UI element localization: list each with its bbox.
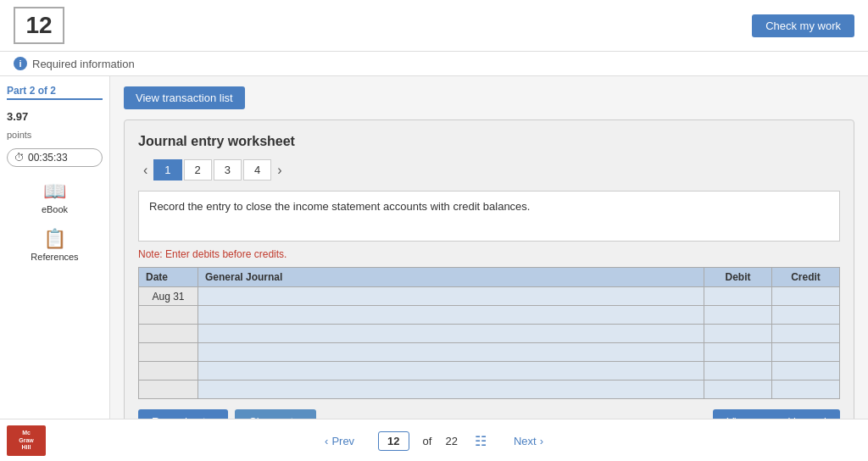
credit-cell[interactable] — [772, 380, 840, 399]
next-button[interactable]: Next › — [504, 430, 554, 453]
record-entry-button[interactable]: Record entry — [138, 409, 228, 419]
debit-cell[interactable] — [704, 287, 772, 306]
check-my-work-button[interactable]: Check my work — [752, 14, 854, 37]
header-debit: Debit — [704, 268, 772, 287]
debit-input[interactable] — [708, 346, 768, 359]
debit-cell[interactable] — [704, 306, 772, 325]
prev-arrow-icon: ‹ — [325, 435, 328, 447]
ebook-tool[interactable]: 📖 eBook — [7, 181, 103, 214]
logo-text: McGrawHill — [19, 430, 34, 451]
journal-input[interactable] — [202, 364, 700, 378]
tab-4[interactable]: 4 — [243, 159, 271, 181]
worksheet-box: Journal entry worksheet ‹ 1 2 3 4 › Reco… — [124, 119, 854, 419]
debit-input[interactable] — [708, 308, 768, 322]
debit-input[interactable] — [708, 290, 768, 303]
prev-label: Prev — [331, 435, 354, 447]
debit-input[interactable] — [708, 383, 768, 397]
tab-1[interactable]: 1 — [153, 159, 181, 181]
table-row — [139, 306, 840, 325]
debit-cell[interactable] — [704, 380, 772, 399]
tab-prev-arrow[interactable]: ‹ — [138, 163, 153, 178]
credit-cell[interactable] — [772, 325, 840, 343]
credit-cell[interactable] — [772, 287, 840, 306]
journal-cell[interactable] — [198, 306, 704, 325]
journal-cell[interactable] — [198, 325, 704, 343]
debit-cell[interactable] — [704, 362, 772, 380]
tab-2[interactable]: 2 — [184, 159, 212, 181]
grid-view-button[interactable]: ☷ — [471, 430, 490, 453]
tab-next-arrow[interactable]: › — [272, 163, 287, 178]
references-icon: 📋 — [43, 228, 66, 250]
journal-table: Date General Journal Debit Credit Aug 31 — [138, 267, 840, 399]
header-date: Date — [139, 268, 198, 287]
note-text: Note: Enter debits before credits. — [138, 248, 840, 260]
instruction-text: Record the entry to close the income sta… — [149, 200, 530, 213]
prev-button[interactable]: ‹ Prev — [314, 430, 364, 453]
journal-input[interactable] — [202, 346, 700, 359]
ebook-icon: 📖 — [43, 181, 66, 203]
top-bar: 12 Check my work — [0, 0, 868, 52]
main-layout: Part 2 of 2 3.97 points ⏱ 00:35:33 📖 eBo… — [0, 76, 868, 419]
points-label: points — [7, 130, 103, 140]
tab-navigation: ‹ 1 2 3 4 › — [138, 159, 840, 181]
table-row — [139, 343, 840, 362]
journal-input[interactable] — [202, 327, 700, 341]
journal-cell[interactable] — [198, 380, 704, 399]
of-text: of — [423, 435, 432, 447]
date-cell — [139, 380, 198, 399]
debit-cell[interactable] — [704, 343, 772, 362]
mcgraw-hill-logo: McGrawHill — [7, 425, 46, 456]
credit-input[interactable] — [776, 364, 836, 378]
info-icon: i — [14, 57, 27, 70]
date-cell — [139, 362, 198, 380]
credit-input[interactable] — [776, 327, 836, 341]
credit-input[interactable] — [776, 383, 836, 397]
journal-cell[interactable] — [198, 343, 704, 362]
table-row: Aug 31 — [139, 287, 840, 306]
required-info-bar: i Required information — [0, 52, 868, 76]
credit-cell[interactable] — [772, 306, 840, 325]
next-arrow-icon: › — [540, 435, 543, 447]
table-row — [139, 380, 840, 399]
worksheet-title: Journal entry worksheet — [138, 134, 840, 149]
debit-cell[interactable] — [704, 325, 772, 343]
next-label: Next — [514, 435, 537, 447]
credit-cell[interactable] — [772, 362, 840, 380]
points-value: 3.97 — [7, 110, 103, 123]
view-general-journal-button[interactable]: View general journal — [713, 409, 840, 419]
date-cell — [139, 325, 198, 343]
tab-3[interactable]: 3 — [214, 159, 242, 181]
credit-input[interactable] — [776, 290, 836, 303]
credit-input[interactable] — [776, 308, 836, 322]
date-cell — [139, 306, 198, 325]
current-page-indicator[interactable]: 12 — [378, 431, 409, 451]
part-indicator: Part 2 of 2 — [7, 85, 103, 100]
timer-icon: ⏱ — [14, 152, 25, 164]
content-area: View transaction list Journal entry work… — [110, 76, 868, 419]
credit-input[interactable] — [776, 346, 836, 359]
table-row — [139, 325, 840, 343]
credit-cell[interactable] — [772, 343, 840, 362]
instruction-box: Record the entry to close the income sta… — [138, 191, 840, 242]
journal-input[interactable] — [202, 383, 700, 397]
ebook-label: eBook — [42, 204, 68, 214]
journal-cell[interactable] — [198, 287, 704, 306]
view-transaction-button[interactable]: View transaction list — [124, 86, 245, 109]
timer-box: ⏱ 00:35:33 — [7, 148, 103, 167]
sidebar: Part 2 of 2 3.97 points ⏱ 00:35:33 📖 eBo… — [0, 76, 110, 419]
header-credit: Credit — [772, 268, 840, 287]
date-cell: Aug 31 — [139, 287, 198, 306]
journal-cell[interactable] — [198, 362, 704, 380]
references-tool[interactable]: 📋 References — [7, 228, 103, 262]
clear-entry-button[interactable]: Clear entry — [235, 409, 316, 419]
journal-input[interactable] — [202, 308, 700, 322]
action-buttons: Record entry Clear entry View general jo… — [138, 409, 840, 419]
debit-input[interactable] — [708, 327, 768, 341]
question-number: 12 — [14, 7, 64, 44]
required-info-text: Required information — [32, 58, 135, 70]
date-cell — [139, 343, 198, 362]
debit-input[interactable] — [708, 364, 768, 378]
table-row — [139, 362, 840, 380]
journal-input[interactable] — [202, 290, 700, 303]
bottom-navigation: McGrawHill ‹ Prev 12 of 22 ☷ Next › — [0, 419, 868, 461]
